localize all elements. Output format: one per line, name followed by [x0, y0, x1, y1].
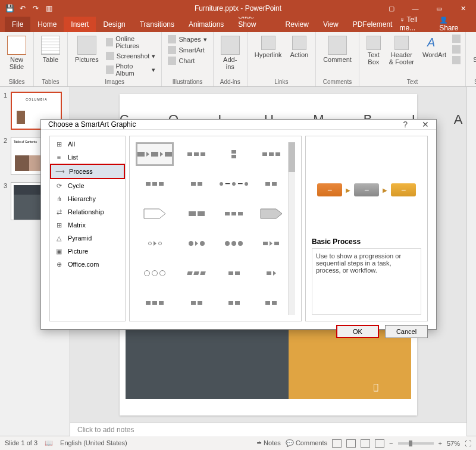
category-all[interactable]: ⊞All — [50, 138, 125, 151]
category-relationship[interactable]: ⇄Relationship — [50, 205, 125, 218]
smartart-button[interactable]: SmartArt — [167, 45, 208, 55]
smartart-item[interactable] — [182, 232, 211, 255]
symbols-button[interactable]: ΩSymbols — [471, 35, 476, 64]
chart-button[interactable]: Chart — [167, 56, 208, 65]
smartart-item[interactable] — [182, 202, 211, 226]
category-cycle[interactable]: ⟳Cycle — [50, 179, 125, 192]
slide-indicator: Slide 1 of 3 — [5, 439, 37, 447]
category-picture[interactable]: ▣Picture — [50, 245, 125, 258]
smartart-item[interactable] — [256, 291, 286, 315]
category-list[interactable]: ≡List — [50, 151, 125, 164]
smartart-item[interactable] — [182, 172, 211, 196]
tab-review[interactable]: Review — [278, 17, 316, 32]
smartart-item[interactable] — [220, 202, 249, 226]
reading-view-icon[interactable] — [361, 439, 370, 448]
tell-me[interactable]: ♀ Tell me... — [399, 15, 432, 32]
tab-view[interactable]: View — [316, 17, 346, 32]
undo-icon[interactable]: ↶ — [18, 4, 27, 13]
close-icon[interactable]: ✕ — [452, 2, 474, 14]
smartart-item[interactable] — [182, 261, 211, 285]
table-button[interactable]: Table — [39, 35, 62, 64]
category-office[interactable]: ⊕Office.com — [50, 258, 125, 271]
grid-scrollbar[interactable] — [288, 142, 295, 315]
cancel-button[interactable]: Cancel — [385, 325, 428, 338]
redo-icon[interactable]: ↷ — [31, 4, 40, 13]
wordart-button[interactable]: AWordArt — [420, 35, 449, 60]
smartart-item[interactable] — [136, 261, 174, 285]
dialog-close-icon[interactable]: ✕ — [422, 120, 429, 129]
smartart-item[interactable] — [256, 261, 286, 285]
status-bar: Slide 1 of 3 📖 English (United States) ≐… — [0, 436, 476, 450]
textbox-button[interactable]: Text Box — [364, 35, 383, 67]
smartart-item[interactable] — [136, 202, 174, 226]
group-addins-label: Add-ins — [218, 79, 242, 85]
addins-button[interactable]: Add- ins — [218, 35, 242, 71]
category-matrix[interactable]: ⊞Matrix — [50, 218, 125, 232]
tab-file[interactable]: File — [5, 17, 30, 32]
smartart-grid: −− — [129, 136, 302, 321]
pictures-button[interactable]: Pictures — [73, 35, 101, 64]
share-button[interactable]: 👤 Share — [439, 15, 466, 32]
slideshow-view-icon[interactable] — [375, 439, 384, 448]
tab-home[interactable]: Home — [30, 17, 64, 32]
ribbon-options-icon[interactable]: ▢ — [381, 2, 402, 14]
tab-design[interactable]: Design — [96, 17, 132, 32]
hyperlink-button[interactable]: Hyperlink — [252, 35, 284, 60]
dialog-help-icon[interactable]: ? — [403, 120, 408, 129]
smartart-item[interactable] — [256, 202, 286, 226]
comment-button[interactable]: Comment — [321, 35, 354, 64]
smartart-item[interactable] — [182, 142, 211, 166]
comments-button[interactable]: 💬 Comments — [286, 439, 327, 447]
smartart-item[interactable] — [256, 172, 286, 196]
vertical-scrollbar[interactable] — [466, 87, 476, 436]
smartart-item[interactable] — [256, 232, 286, 255]
category-process[interactable]: ⟶Process — [50, 164, 125, 179]
smartart-item[interactable] — [220, 291, 249, 315]
smartart-item[interactable] — [220, 232, 249, 255]
smartart-item[interactable]: −− — [220, 172, 249, 196]
tab-animations[interactable]: Animations — [181, 17, 231, 32]
online-pictures-button[interactable]: Online Pictures — [105, 35, 157, 50]
slidenum-icon[interactable] — [452, 45, 461, 54]
action-button[interactable]: Action — [288, 35, 311, 60]
spell-icon[interactable]: 📖 — [45, 439, 53, 447]
language-indicator[interactable]: English (United States) — [60, 439, 127, 447]
maximize-icon[interactable]: ▭ — [428, 2, 450, 14]
group-images-label: Images — [73, 79, 156, 85]
tab-transitions[interactable]: Transitions — [133, 17, 181, 32]
smartart-item[interactable] — [136, 232, 174, 255]
smartart-item[interactable] — [136, 172, 174, 196]
notes-button[interactable]: ≐ Notes — [256, 439, 281, 447]
notes-pane[interactable]: Click to add notes — [70, 423, 466, 436]
shapes-button[interactable]: Shapes ▾ — [167, 35, 208, 44]
sorter-view-icon[interactable] — [346, 439, 356, 448]
photo-album-button[interactable]: Photo Album ▾ — [105, 62, 157, 77]
tab-pdfelement[interactable]: PDFelement — [346, 17, 400, 32]
smartart-item[interactable] — [256, 142, 286, 166]
save-icon[interactable]: 💾 — [5, 4, 14, 13]
zoom-out-icon[interactable]: − — [389, 440, 393, 447]
start-icon[interactable]: ▥ — [44, 4, 54, 13]
minimize-icon[interactable]: — — [405, 2, 426, 14]
category-hierarchy[interactable]: ⋔Hierarchy — [50, 192, 125, 205]
date-icon[interactable] — [452, 35, 461, 43]
normal-view-icon[interactable] — [332, 439, 342, 448]
screenshot-button[interactable]: Screenshot ▾ — [105, 51, 157, 61]
zoom-slider[interactable] — [398, 442, 434, 445]
smartart-basic-process[interactable] — [136, 142, 174, 166]
smartart-item[interactable] — [220, 142, 249, 166]
ok-button[interactable]: OK — [336, 325, 379, 338]
zoom-level[interactable]: 57% — [447, 440, 460, 447]
new-slide-button[interactable]: New Slide — [5, 35, 29, 71]
smartart-item[interactable] — [136, 291, 174, 315]
preview-image: − ▶ − ▶ − — [312, 142, 421, 238]
header-footer-button[interactable]: Header & Footer — [387, 35, 416, 67]
smartart-item[interactable] — [220, 261, 249, 285]
tab-insert[interactable]: Insert — [64, 17, 96, 32]
smartart-item[interactable] — [182, 291, 211, 315]
title-bar: 💾 ↶ ↷ ▥ Furniture.pptx - PowerPoint ▢ — … — [0, 0, 476, 17]
zoom-in-icon[interactable]: + — [439, 440, 442, 447]
object-icon[interactable] — [452, 56, 461, 64]
fit-icon[interactable]: ⛶ — [465, 440, 471, 447]
category-pyramid[interactable]: △Pyramid — [50, 232, 125, 245]
